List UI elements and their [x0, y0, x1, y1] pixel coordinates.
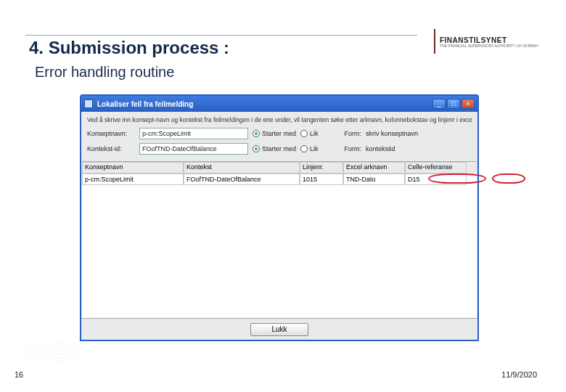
- search-form: Ved å skrive inn konsept-navn og konteks…: [81, 112, 477, 161]
- context-label: Kontekst-id:: [87, 145, 135, 152]
- slide-subtitle: Error handling routine: [35, 64, 174, 81]
- app-screenshot: Lokaliser feil fra feilmelding _ □ × Ved…: [80, 94, 479, 341]
- close-button[interactable]: ×: [462, 99, 475, 109]
- cell-concept: p-cm:ScopeLimit: [82, 173, 184, 185]
- titlebar[interactable]: Lokaliser feil fra feilmelding _ □ ×: [81, 96, 477, 112]
- concept-form-hint: skriv konseptnavn: [366, 130, 418, 137]
- col-context: Kontekst: [184, 162, 300, 173]
- decorative-dots: [22, 341, 80, 363]
- slide-date: 11/9/2020: [501, 370, 537, 379]
- button-bar: Lukk: [81, 318, 477, 340]
- results-table: Konseptnavn Kontekst Linjenr. Excel arkn…: [82, 161, 477, 318]
- context-form-label: Form:: [345, 145, 362, 152]
- concept-input[interactable]: p-cm:ScopeLimit: [139, 128, 248, 139]
- window-title: Lokaliser feil fra feilmelding: [97, 100, 432, 108]
- concept-form-label: Form:: [345, 130, 362, 137]
- cell-sheet: TND-Dato: [343, 173, 405, 185]
- brand-tagline: THE FINANCIAL SUPERVISORY AUTHORITY OF N…: [440, 44, 538, 49]
- brand-logo: FINANSTILSYNET THE FINANCIAL SUPERVISORY…: [440, 36, 538, 49]
- close-dialog-button[interactable]: Lukk: [250, 323, 308, 336]
- concept-startswith-radio[interactable]: Starter med: [253, 130, 296, 137]
- context-equals-radio[interactable]: Lik: [300, 145, 319, 152]
- context-input[interactable]: FOofTND-DateOfBalance: [139, 143, 248, 155]
- col-sheet: Excel arknavn: [343, 162, 405, 173]
- table-header: Konseptnavn Kontekst Linjenr. Excel arkn…: [82, 162, 477, 173]
- maximize-button[interactable]: □: [447, 99, 460, 109]
- context-form-hint: kontekstid: [366, 145, 395, 152]
- col-line: Linjenr.: [300, 162, 343, 173]
- minimize-button[interactable]: _: [432, 99, 446, 109]
- form-hint: Ved å skrive inn konsept-navn og konteks…: [87, 116, 472, 123]
- col-cellref: Celle-referanse: [405, 162, 467, 173]
- annotation-ellipse-cellref: [492, 173, 525, 184]
- context-startswith-radio[interactable]: Starter med: [253, 145, 296, 152]
- concept-equals-radio[interactable]: Lik: [300, 130, 319, 137]
- app-icon: [84, 99, 93, 108]
- col-concept: Konseptnavn: [82, 162, 184, 173]
- header-rule: [25, 35, 417, 36]
- page-number: 16: [15, 370, 23, 379]
- slide-title: 4. Submission process :: [29, 38, 229, 58]
- cell-cellref: D15: [405, 173, 467, 185]
- concept-label: Konseptnavn:: [87, 130, 135, 137]
- dialog-window: Lokaliser feil fra feilmelding _ □ × Ved…: [80, 94, 479, 341]
- context-row: Kontekst-id: FOofTND-DateOfBalance Start…: [87, 143, 472, 155]
- table-row[interactable]: p-cm:ScopeLimit FOofTND-DateOfBalance 10…: [82, 173, 477, 185]
- concept-row: Konseptnavn: p-cm:ScopeLimit Starter med…: [87, 128, 472, 139]
- cell-line: 1015: [300, 173, 343, 185]
- cell-context: FOofTND-DateOfBalance: [184, 173, 300, 185]
